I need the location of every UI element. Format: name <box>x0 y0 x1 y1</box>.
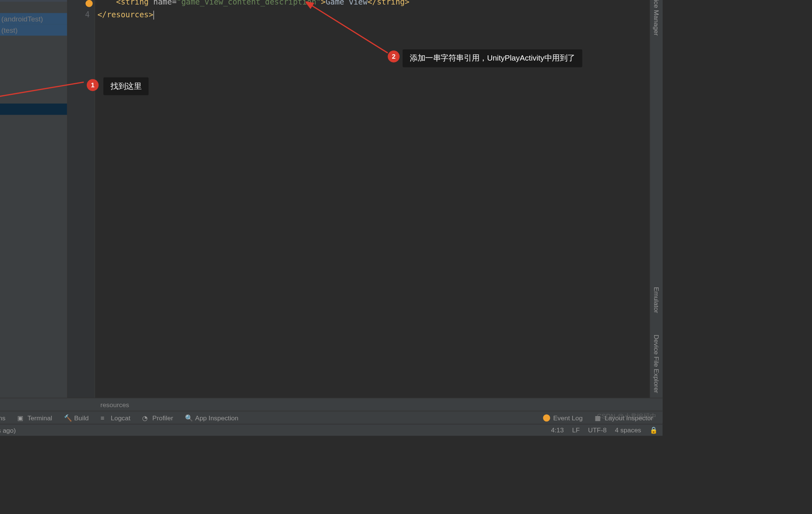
tree-item-colors-xml[interactable]: colors.xml <box>0 92 67 103</box>
annotation-label-1: 找到这里 <box>103 78 148 95</box>
bottom-tool-terminal[interactable]: ▣Terminal <box>12 413 57 422</box>
tree-item-xml[interactable]: ›xml <box>0 126 67 137</box>
tree-item-res[interactable]: ⌄res <box>0 36 67 47</box>
watermark: CSDN @小君编码中 <box>597 412 657 421</box>
project-tool-window: Android ▾ ⊕ ⇵ ⇅ ⚙ ▾ — ⌄app›manifests⌄jav… <box>0 0 68 398</box>
bottom-tool-profiler[interactable]: ◔Profiler <box>138 413 178 422</box>
bottom-tool-problems[interactable]: ⊘Problems <box>0 413 10 422</box>
bottom-tool-event-log[interactable]: Event Log <box>538 413 588 422</box>
warning-gutter-icon[interactable] <box>86 0 93 7</box>
status-bar: ☐ Gradle sync finished in 39 s 810 ms (7… <box>0 424 662 436</box>
bottom-tool-stripe: ⎇Version Control≡TODO⊘Problems▣Terminal🔨… <box>0 411 662 424</box>
lock-icon[interactable]: 🔒 <box>650 426 658 434</box>
tree-item-gradle-scripts[interactable]: ›🐘Gradle Scripts <box>0 137 67 149</box>
tree-item-com-example-myapplication[interactable]: ›com.example.myapplication (androidTest) <box>0 13 67 24</box>
status-widget[interactable]: 4 spaces <box>615 426 641 434</box>
tree-item-strings-xml[interactable]: strings.xml <box>0 103 67 115</box>
right-tab-device-file-explorer[interactable]: Device File Explorer <box>651 330 661 398</box>
annotation-badge-1: 1 <box>87 79 99 91</box>
project-tree[interactable]: ⌄app›manifests⌄java⌄com.example.myapplic… <box>0 0 67 398</box>
bottom-tool-app-inspection[interactable]: 🔍App Inspection <box>180 413 243 422</box>
tree-item-com-example-myapplication[interactable]: ›com.example.myapplication (test) <box>0 24 67 36</box>
tree-item-mipmap[interactable]: ›mipmap <box>0 70 67 81</box>
breadcrumb-tag[interactable]: resources <box>100 401 129 408</box>
status-widget[interactable]: UTF-8 <box>588 426 606 434</box>
tree-item-themes[interactable]: ›themes (2) <box>0 115 67 126</box>
right-tab-device-manager[interactable]: Device Manager <box>651 0 661 41</box>
status-widget[interactable]: LF <box>572 426 580 434</box>
right-tool-stripe: GradleDevice ManagerEmulatorDevice File … <box>650 0 663 398</box>
editor-breadcrumb: resources <box>0 398 662 411</box>
bottom-tool-logcat[interactable]: ≡Logcat <box>96 413 135 422</box>
tree-item-mainactivity[interactable]: MainActivity <box>0 2 67 13</box>
status-message: Gradle sync finished in 39 s 810 ms (7 m… <box>0 427 16 434</box>
right-tab-emulator[interactable]: Emulator <box>651 282 661 318</box>
status-widget[interactable]: 4:13 <box>551 426 564 434</box>
bottom-tool-build[interactable]: 🔨Build <box>59 413 94 422</box>
annotation-label-2: 添加一串字符串引用，UnityPlayActivity中用到了 <box>403 49 582 67</box>
tree-item-layout[interactable]: ›layout <box>0 58 67 70</box>
annotation-badge-2: 2 <box>388 50 400 62</box>
tree-item-values[interactable]: ⌄values <box>0 81 67 92</box>
tree-item-drawable[interactable]: ›drawable <box>0 47 67 58</box>
